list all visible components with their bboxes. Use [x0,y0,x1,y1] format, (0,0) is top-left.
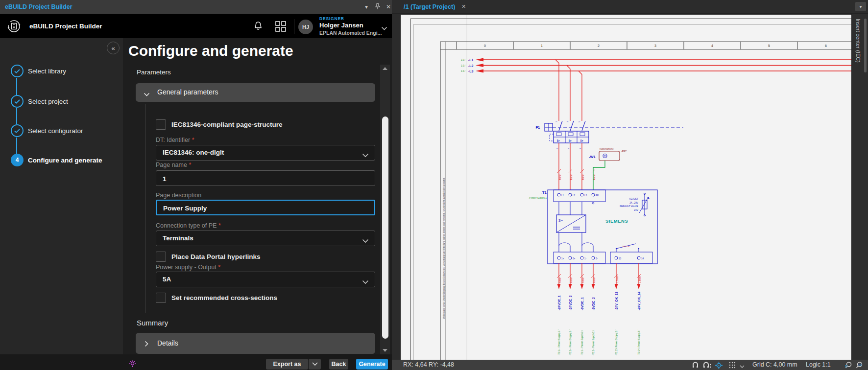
step-2-check-icon[interactable] [11,95,24,108]
assistant-icon[interactable] [129,360,136,370]
step-3-check-icon[interactable] [11,124,24,137]
page-description-input[interactable] [162,201,365,215]
svg-text:-T1: -T1 [541,190,547,195]
svg-text:-F1: -F1 [534,125,540,130]
svg-text:-24VDC_2: -24VDC_2 [569,295,572,310]
summary-label: Summary [137,319,168,327]
select-value: Terminals [163,234,193,242]
page-name-field [156,170,375,186]
sidebar-collapse-button[interactable]: « [107,42,120,54]
brand-label: SIEMENS [605,218,628,224]
editor-tabbar: /1 (Target Project) ✕ ▾ [392,0,868,14]
schematic-canvas[interactable]: 0 1 2 3 4 5 6 Weitergabe sowie Vervielfä… [392,14,851,360]
general-parameters-accordion[interactable]: General parameters [136,83,375,102]
group-indent-line [145,104,146,313]
svg-text:-24VDC_1: -24VDC_1 [557,295,561,310]
close-icon[interactable]: ✕ [385,3,392,11]
page-name-input[interactable] [162,171,364,186]
window-menu-icon[interactable]: ▾ [362,3,370,11]
zoom-selection-icon[interactable] [844,361,852,370]
svg-text:L2: L2 [573,194,576,197]
user-menu-chevron-icon[interactable] [381,24,387,33]
iec-page-structure-checkbox[interactable] [156,119,166,130]
user-role: DESIGNER [319,16,344,21]
user-name: Holger Jansen [319,22,363,29]
svg-text:24V O.K.: 24V O.K. [622,245,630,248]
svg-text:ADJUST: ADJUST [629,198,638,200]
app-header: eBUILD Project Builder HJ DESIGNER Holge… [0,14,392,38]
sidebar-item-select-project[interactable]: Select project [28,98,68,105]
sidebar-item-select-configurator[interactable]: Select configurator [28,127,83,135]
accordion-label: Details [157,339,178,347]
tab-close-icon[interactable]: ✕ [461,3,466,10]
svg-text:4mm²: 4mm² [559,277,561,283]
scrollbar-thumb[interactable] [382,116,388,339]
form-scrollbar[interactable] [380,65,390,354]
logic-scale-status[interactable]: Logic 1:1 [806,361,831,368]
data-portal-hyperlinks-checkbox[interactable] [156,252,166,262]
generate-button[interactable]: Generate [356,359,388,370]
sidebar-item-select-library[interactable]: Select library [28,68,66,75]
details-accordion[interactable]: Details [136,333,375,354]
parameters-label: Parameters [137,69,171,76]
insert-center-label: Insert center (IEC) [855,19,861,63]
scroll-up-icon[interactable] [382,67,388,70]
insert-center-panel[interactable]: Insert center (IEC) [851,14,868,360]
dt-identifier-select[interactable]: IEC81346: one-digit [156,145,375,161]
svg-text:4mm²: 4mm² [559,174,561,180]
step-4-badge[interactable]: 4 [11,154,24,166]
crosshair-icon[interactable] [715,362,723,370]
grid-size-status[interactable]: Grid C: 4,00 mm [752,361,797,368]
svg-text:-L2: -L2 [468,64,474,68]
snap-magnet-dots-icon[interactable] [702,362,712,370]
accordion-label: General parameters [157,88,218,96]
svg-text:4mm²: 4mm² [593,277,596,283]
cross-sections-checkbox[interactable] [156,293,166,303]
scroll-down-icon[interactable] [382,348,388,352]
pe-connection-label: Connection type of PE * [156,222,221,229]
svg-text:4mm²: 4mm² [582,277,584,283]
pe-connection-select[interactable]: Terminals [156,231,375,246]
app-logo-icon [7,19,21,35]
zoom-100-icon[interactable]: 100 [855,361,863,370]
avatar[interactable]: HJ [298,20,313,34]
svg-text:1.0 /: 1.0 / [461,65,466,67]
cursor-coordinates: RX: 4,64 RY: -4,48 [403,361,454,368]
grid-dots-icon[interactable] [729,362,736,370]
app-title: eBUILD Project Builder [29,23,102,30]
tab-list-chevron-icon[interactable]: ▾ [855,2,866,11]
snap-magnet-icon[interactable] [692,362,699,370]
checkbox-label: Place Data Portal hyperlinks [171,253,261,260]
apps-grid-icon[interactable] [275,21,286,34]
svg-text:-T1:1+ /Power Supply.1 /: -T1:1+ /Power Supply.1 / [558,329,560,355]
export-options-button[interactable] [309,359,321,370]
svg-text:4: 4 [711,44,713,47]
insert-center-scrollbar[interactable] [864,19,867,72]
bell-icon[interactable] [253,21,263,34]
svg-text:-PE7: -PE7 [621,150,627,153]
svg-text:/Power Supply.1: /Power Supply.1 [529,196,547,199]
back-button[interactable]: Back [329,359,348,370]
sidebar-item-configure-generate[interactable]: Configure and generate [28,157,102,164]
editor-panel: /1 (Target Project) ✕ ▾ [392,0,868,370]
wizard-sidebar: « Select library Select project Select c… [0,38,123,370]
pin-icon[interactable] [374,3,382,11]
svg-text:13: 13 [619,257,622,260]
svg-text:4mm²: 4mm² [570,174,573,180]
tab-target-project[interactable]: /1 (Target Project) [404,3,455,10]
step-connector [16,108,17,124]
chevron-down-icon [362,236,369,245]
step-1-check-icon[interactable] [11,65,24,77]
window-titlebar: eBUILD Project Builder ▾ ✕ [0,0,392,14]
power-output-select[interactable]: 5A [156,272,375,287]
ebuild-panel: eBUILD Project Builder ▾ ✕ eBUILD Projec… [0,0,392,370]
export-xml-button[interactable]: Export as XML [266,359,308,370]
svg-text:-T1:2+ /Power Supply.2 /: -T1:2+ /Power Supply.2 / [569,329,572,355]
chevron-down-icon [362,151,369,160]
svg-text:-T1:14 /Power Supply.3 /: -T1:14 /Power Supply.3 / [638,329,640,355]
svg-text:-L1: -L1 [468,58,474,62]
svg-text:-0VDC_1: -0VDC_1 [580,297,584,310]
editor-statusbar: RX: 4,64 RY: -4,48 Grid C: 4,00 mm Logic… [392,360,868,370]
grid-options-chevron-icon[interactable] [740,363,745,370]
window-title: eBUILD Project Builder [5,3,72,10]
